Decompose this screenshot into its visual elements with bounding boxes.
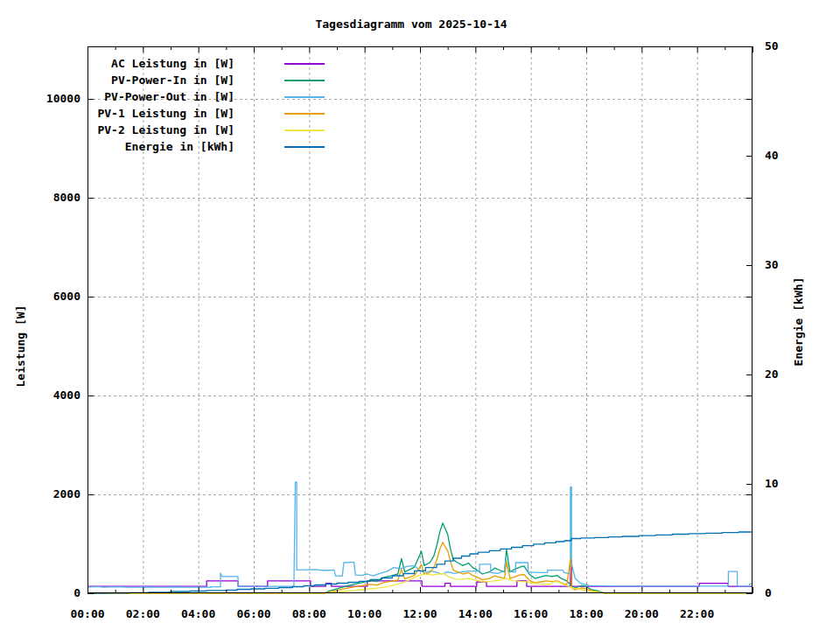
legend-line-swatch (284, 63, 325, 65)
y-tick-label: 6000 (30, 290, 80, 303)
y-tick-label: 2000 (30, 487, 80, 500)
legend-line-swatch (284, 130, 325, 131)
x-tick-label: 14:00 (456, 607, 494, 620)
y2-tick-label: 50 (765, 39, 800, 52)
y2-tick-label: 20 (765, 368, 800, 381)
legend-row: Energie in [kWh] (88, 138, 325, 155)
y2-tick-label: 40 (765, 149, 800, 162)
legend-label: Energie in [kWh] (88, 140, 234, 153)
legend-line-swatch (284, 146, 325, 148)
y-tick-label: 0 (30, 586, 80, 599)
x-tick-label: 02:00 (123, 607, 162, 620)
legend: AC Leistung in [W]PV-Power-In in [W]PV-P… (88, 55, 325, 155)
daily-pv-chart: Tagesdiagramm vom 2025-10-14 Leistung [W… (0, 0, 840, 630)
legend-label: PV-1 Leistung in [W] (88, 107, 234, 120)
legend-row: AC Leistung in [W] (88, 55, 325, 72)
legend-row: PV-2 Leistung in [W] (88, 122, 325, 138)
legend-label: PV-Power-Out in [W] (88, 90, 234, 103)
x-tick-label: 12:00 (401, 607, 439, 620)
chart-title: Tagesdiagramm vom 2025-10-14 (0, 18, 822, 31)
x-tick-label: 16:00 (512, 607, 550, 620)
x-tick-label: 18:00 (567, 607, 606, 620)
x-tick-label: 00:00 (68, 607, 107, 620)
y-tick-label: 10000 (30, 92, 80, 105)
x-tick-label: 10:00 (346, 607, 384, 620)
legend-line-swatch (284, 96, 325, 98)
y-tick-label: 4000 (30, 388, 80, 402)
legend-line-swatch (284, 80, 325, 81)
x-tick-label: 08:00 (290, 607, 328, 620)
y2-tick-label: 10 (765, 477, 800, 490)
y2-axis-label: Energie [kWh] (792, 270, 805, 374)
y-axis-label: Leistung [W] (14, 294, 27, 399)
y2-tick-label: 0 (765, 586, 800, 599)
legend-line-swatch (284, 113, 325, 115)
x-tick-label: 06:00 (234, 607, 273, 620)
legend-row: PV-Power-Out in [W] (88, 88, 325, 105)
legend-label: PV-2 Leistung in [W] (88, 123, 234, 136)
legend-row: PV-1 Leistung in [W] (88, 105, 325, 122)
legend-row: PV-Power-In in [W] (88, 72, 325, 88)
x-tick-label: 04:00 (179, 607, 218, 620)
legend-label: AC Leistung in [W] (88, 57, 234, 70)
x-tick-label: 22:00 (678, 607, 717, 620)
y-tick-label: 8000 (30, 191, 80, 204)
legend-label: PV-Power-In in [W] (88, 74, 234, 87)
y2-tick-label: 30 (765, 258, 800, 271)
x-tick-label: 20:00 (622, 607, 661, 620)
